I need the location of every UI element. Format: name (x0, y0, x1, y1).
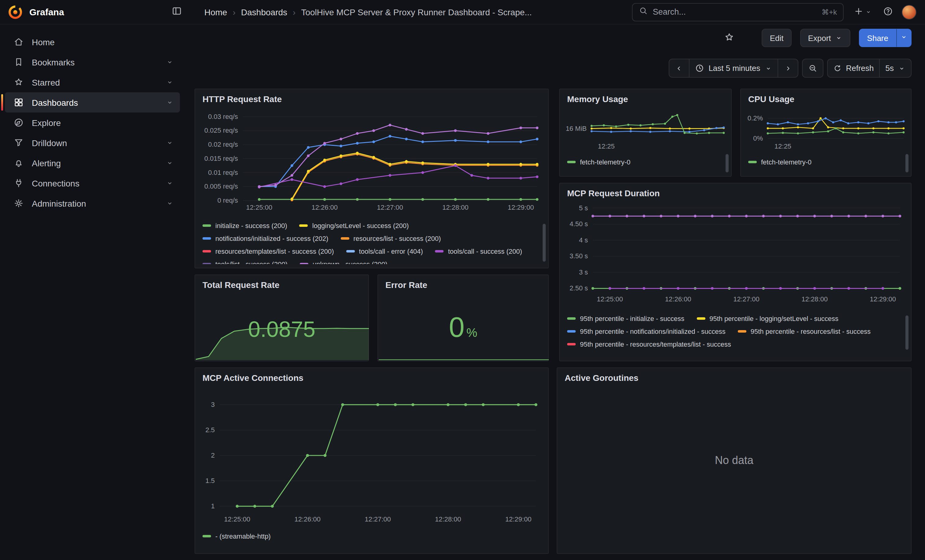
sidebar-item-home[interactable]: Home (5, 32, 180, 52)
legend-item[interactable]: tools/list - success (200) (202, 260, 288, 264)
legend-label: tools/list - success (200) (215, 260, 288, 264)
svg-text:4.50 s: 4.50 s (569, 220, 588, 228)
panel-title[interactable]: Memory Usage (567, 94, 628, 104)
share-caret-button[interactable] (896, 29, 911, 47)
nav-left: Grafana (8, 3, 185, 21)
panel-title[interactable]: CPU Usage (748, 94, 794, 104)
mcp-active-connections-chart[interactable]: 11.522.5312:25:0012:26:0012:27:0012:28:0… (199, 394, 546, 528)
legend-item[interactable]: fetch-telemetry-0 (748, 158, 812, 166)
favorite-star-button[interactable] (722, 29, 738, 47)
refresh-icon (833, 64, 842, 72)
zoom-out-button[interactable] (802, 59, 823, 77)
chevron-down-icon[interactable] (166, 159, 174, 167)
sidebar-item-label: Bookmarks (32, 57, 75, 67)
legend-item[interactable]: 95th percentile - resources/list - succe… (738, 327, 871, 335)
panel-title[interactable]: Error Rate (386, 280, 427, 290)
legend-label: fetch-telemetry-0 (580, 158, 630, 165)
legend-scrollbar[interactable] (542, 224, 546, 262)
panel-title[interactable]: MCP Active Connections (202, 373, 303, 383)
legend-label: 95th percentile - notifications/initiali… (580, 327, 726, 335)
breadcrumb-item[interactable]: Dashboards (241, 7, 287, 17)
svg-text:0.03 req/s: 0.03 req/s (208, 113, 238, 120)
breadcrumb-item[interactable]: ToolHive MCP Server & Proxy Runner Dashb… (301, 7, 532, 17)
panel-title[interactable]: HTTP Request Rate (202, 94, 282, 104)
chevron-down-icon (764, 65, 772, 72)
grafana-logo[interactable] (8, 4, 23, 20)
legend-item[interactable]: resources/templates/list - success (200) (202, 247, 334, 255)
sidebar-item-alerting[interactable]: Alerting (5, 153, 180, 173)
export-button[interactable]: Export (800, 29, 850, 47)
sidebar-item-label: Alerting (32, 158, 61, 168)
legend-swatch (567, 330, 575, 332)
chevron-down-icon[interactable] (166, 98, 174, 107)
search-input[interactable]: Search... ⌘+k (632, 3, 844, 21)
panel-title[interactable]: MCP Request Duration (567, 188, 660, 198)
time-range-label: Last 5 minutes (708, 64, 760, 73)
zoom-out-group (802, 59, 823, 78)
legend-item[interactable]: initialize - success (200) (202, 221, 287, 229)
legend-label: 95th percentile - resources/list - succe… (751, 327, 871, 335)
legend-scrollbar[interactable] (905, 315, 908, 350)
refresh-interval-picker[interactable]: 5s (880, 59, 911, 77)
sidebar-item-bookmarks[interactable]: Bookmarks (5, 52, 180, 72)
svg-text:2.50 s: 2.50 s (569, 284, 588, 292)
chevron-down-icon[interactable] (166, 58, 174, 66)
time-forward-button[interactable] (777, 59, 797, 77)
memory-usage-chart[interactable]: 16 MiB12:25 (563, 108, 729, 150)
share-button[interactable]: Share (859, 29, 896, 47)
svg-text:12:25:00: 12:25:00 (597, 295, 623, 303)
sidebar-item-administration[interactable]: Administration (5, 193, 180, 213)
legend-item[interactable]: 95th percentile - resources/templates/li… (567, 340, 731, 348)
sidebar-item-dashboards[interactable]: Dashboards (5, 92, 180, 113)
legend-item[interactable]: tools/call - error (404) (346, 247, 423, 255)
sidebar-item-connections[interactable]: Connections (5, 173, 180, 193)
chart-legend: fetch-telemetry-0 (567, 158, 723, 170)
search-shortcut: ⌘+k (822, 8, 837, 16)
svg-text:12:25:00: 12:25:00 (246, 204, 273, 211)
edit-button[interactable]: Edit (762, 29, 792, 47)
legend-item[interactable]: 95th percentile - notifications/initiali… (567, 327, 726, 335)
legend-item[interactable]: notifications/initialized - success (202… (202, 234, 328, 242)
mcp-request-duration-chart[interactable]: 2.50 s3 s3.50 s4 s4.50 s5 s12:25:0012:26… (563, 199, 908, 307)
svg-text:0.02 req/s: 0.02 req/s (208, 141, 238, 148)
chevron-down-icon[interactable] (166, 78, 174, 86)
legend-item[interactable]: tools/call - success (200) (435, 247, 522, 255)
help-button[interactable] (880, 3, 896, 21)
legend-item[interactable]: 95th percentile - initialize - success (567, 314, 684, 322)
brand-name: Grafana (29, 7, 64, 17)
legend-label: tools/call - success (200) (448, 247, 522, 255)
legend-label: 95th percentile - initialize - success (580, 315, 684, 322)
legend-label: resources/list - success (200) (353, 234, 441, 242)
legend-item[interactable]: logging/setLevel - success (200) (300, 221, 409, 229)
search-placeholder: Search... (653, 8, 817, 17)
legend-scrollbar[interactable] (726, 154, 729, 173)
cpu-usage-chart[interactable]: 0%0.2%12:25 (744, 108, 908, 150)
refresh-button[interactable]: Refresh (827, 59, 879, 77)
legend-item[interactable]: resources/list - success (200) (340, 234, 441, 242)
panel-title[interactable]: Total Request Rate (202, 280, 280, 290)
legend-item[interactable]: fetch-telemetry-0 (567, 158, 630, 166)
legend-item[interactable]: 95th percentile - logging/setLevel - suc… (696, 314, 838, 322)
sidebar-item-explore[interactable]: Explore (5, 113, 180, 133)
svg-text:12:28:00: 12:28:00 (442, 204, 469, 211)
dashboard-toolbar: Edit Export Share (185, 24, 925, 51)
legend-item[interactable]: - (streamable-http) (202, 532, 271, 540)
chevron-down-icon[interactable] (166, 199, 174, 207)
add-button[interactable] (851, 3, 874, 21)
nav-actions (851, 3, 916, 21)
sidebar-item-drilldown[interactable]: Drilldown (5, 133, 180, 153)
sidebar-toggle-button[interactable] (169, 3, 185, 21)
sidebar-item-starred[interactable]: Starred (5, 72, 180, 92)
http-request-rate-chart[interactable]: 0 req/s0.005 req/s0.01 req/s0.015 req/s0… (199, 108, 546, 215)
legend-item[interactable]: unknown - success (200) (300, 260, 387, 264)
time-controls: Last 5 minutes Refresh 5s (669, 59, 911, 78)
chevron-down-icon[interactable] (166, 139, 174, 147)
svg-text:1: 1 (211, 502, 215, 510)
time-range-picker[interactable]: Last 5 minutes (689, 59, 777, 77)
breadcrumb-separator: › (233, 7, 235, 17)
chevron-down-icon[interactable] (166, 179, 174, 187)
legend-scrollbar[interactable] (905, 154, 908, 173)
user-avatar[interactable] (902, 5, 916, 19)
breadcrumb-item[interactable]: Home (204, 7, 227, 17)
time-back-button[interactable] (669, 59, 689, 77)
